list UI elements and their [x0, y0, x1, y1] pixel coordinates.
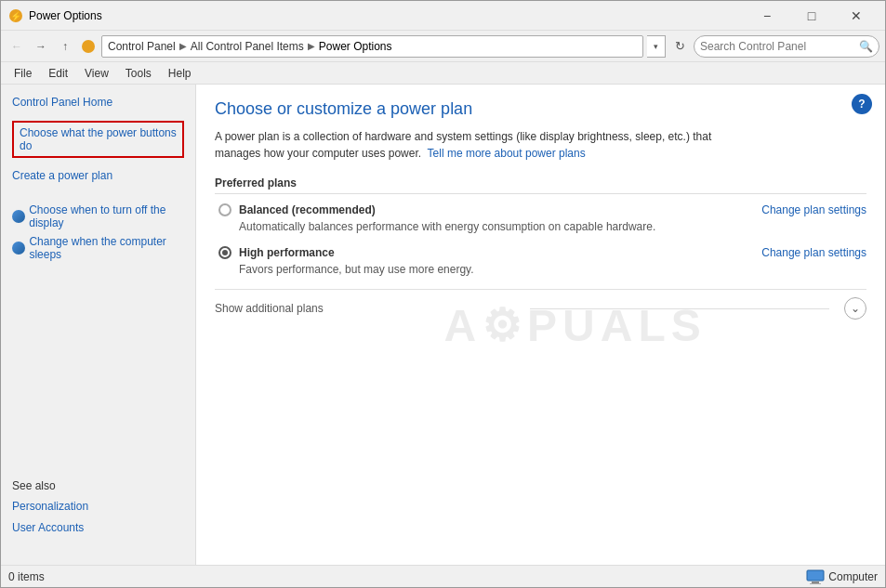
content-panel: ? Choose or customize a power plan A pow…	[196, 85, 885, 565]
main-content: Control Panel Home Choose what the power…	[1, 85, 885, 565]
globe-icon-2	[12, 241, 25, 255]
computer-label: Computer	[828, 570, 878, 583]
help-button[interactable]: ?	[852, 94, 872, 114]
sidebar-item-home[interactable]: Control Panel Home	[12, 94, 184, 111]
change-plan-high-performance-link[interactable]: Change plan settings	[761, 246, 866, 259]
plan-balanced-description: Automatically balances performance with …	[239, 220, 866, 233]
svg-rect-4	[812, 581, 819, 583]
search-box[interactable]: 🔍	[694, 35, 879, 58]
show-plans-row: Show additional plans ⌄	[215, 289, 866, 320]
expand-plans-button[interactable]: ⌄	[844, 297, 866, 320]
computer-status: Computer	[806, 569, 878, 584]
menu-tools[interactable]: Tools	[118, 65, 159, 82]
maximize-button[interactable]: □	[790, 2, 833, 30]
forward-button[interactable]: →	[31, 36, 51, 57]
status-items-count: 0 items	[8, 570, 806, 583]
address-path[interactable]: Control Panel ▶ All Control Panel Items …	[101, 35, 643, 58]
globe-icon	[12, 209, 25, 224]
search-input[interactable]	[700, 40, 855, 53]
breadcrumb-all-items[interactable]: All Control Panel Items	[191, 40, 304, 53]
see-also-label: See also	[12, 479, 184, 492]
window-title: Power Options	[29, 9, 746, 22]
sidebar-nav-section: Control Panel Home Choose what the power…	[12, 94, 184, 189]
refresh-button[interactable]: ↻	[669, 36, 690, 57]
change-plan-balanced-link[interactable]: Change plan settings	[761, 203, 866, 216]
page-description: A power plan is a collection of hardware…	[215, 128, 754, 162]
menu-help[interactable]: Help	[161, 65, 199, 82]
address-dropdown[interactable]: ▾	[647, 35, 666, 58]
menu-view[interactable]: View	[77, 65, 116, 82]
address-bar: ← → ↑ Control Panel ▶ All Control Panel …	[1, 31, 885, 62]
menu-bar: File Edit View Tools Help	[1, 62, 885, 85]
breadcrumb-control-panel[interactable]: Control Panel	[108, 40, 176, 53]
sidebar-item-personalization[interactable]: Personalization	[12, 498, 184, 516]
sidebar-display-section: Choose when to turn off the display Chan…	[12, 203, 184, 267]
svg-rect-3	[807, 570, 824, 581]
window-controls: − □ ✕	[746, 2, 878, 30]
page-title: Choose or customize a power plan	[215, 99, 866, 119]
location-icon	[79, 37, 98, 56]
computer-icon	[806, 569, 825, 584]
radio-high-performance[interactable]	[218, 246, 231, 259]
see-also-section: See also Personalization User Accounts	[12, 479, 184, 541]
minimize-button[interactable]: −	[746, 2, 788, 30]
plan-balanced: Balanced (recommended) Change plan setti…	[215, 203, 866, 233]
sidebar: Control Panel Home Choose what the power…	[1, 85, 196, 565]
plan-high-performance-description: Favors performance, but may use more ene…	[239, 263, 866, 276]
divider	[530, 308, 830, 309]
sidebar-item-user-accounts[interactable]: User Accounts	[12, 519, 184, 537]
plan-balanced-name: Balanced (recommended)	[239, 203, 754, 216]
title-bar: ⚡ Power Options − □ ✕	[1, 1, 885, 31]
plan-high-performance-name: High performance	[239, 246, 754, 259]
close-button[interactable]: ✕	[835, 2, 878, 30]
preferred-plans-header: Preferred plans	[215, 176, 866, 194]
sidebar-item-computer-sleeps[interactable]: Change when the computer sleeps	[12, 235, 184, 261]
sidebar-item-create-plan[interactable]: Create a power plan	[12, 167, 184, 185]
svg-text:⚡: ⚡	[10, 10, 22, 22]
menu-edit[interactable]: Edit	[41, 65, 75, 82]
menu-file[interactable]: File	[7, 65, 39, 82]
radio-balanced[interactable]	[218, 203, 231, 216]
status-bar: 0 items Computer	[1, 565, 885, 587]
back-button[interactable]: ←	[7, 36, 27, 57]
svg-point-2	[82, 40, 95, 53]
sidebar-item-turn-off-display[interactable]: Choose when to turn off the display	[12, 203, 184, 229]
app-icon: ⚡	[8, 8, 23, 23]
svg-rect-5	[810, 583, 821, 584]
breadcrumb-current: Power Options	[319, 40, 392, 53]
up-button[interactable]: ↑	[55, 36, 75, 57]
tell-me-link[interactable]: Tell me more about power plans	[428, 147, 586, 160]
plan-high-performance: High performance Change plan settings Fa…	[215, 246, 866, 276]
show-plans-label: Show additional plans	[215, 302, 515, 315]
search-icon: 🔍	[859, 40, 873, 53]
main-window: ⚡ Power Options − □ ✕ ← → ↑ Control Pane…	[0, 0, 886, 588]
sidebar-item-power-buttons[interactable]: Choose what the power buttons do	[12, 121, 184, 158]
